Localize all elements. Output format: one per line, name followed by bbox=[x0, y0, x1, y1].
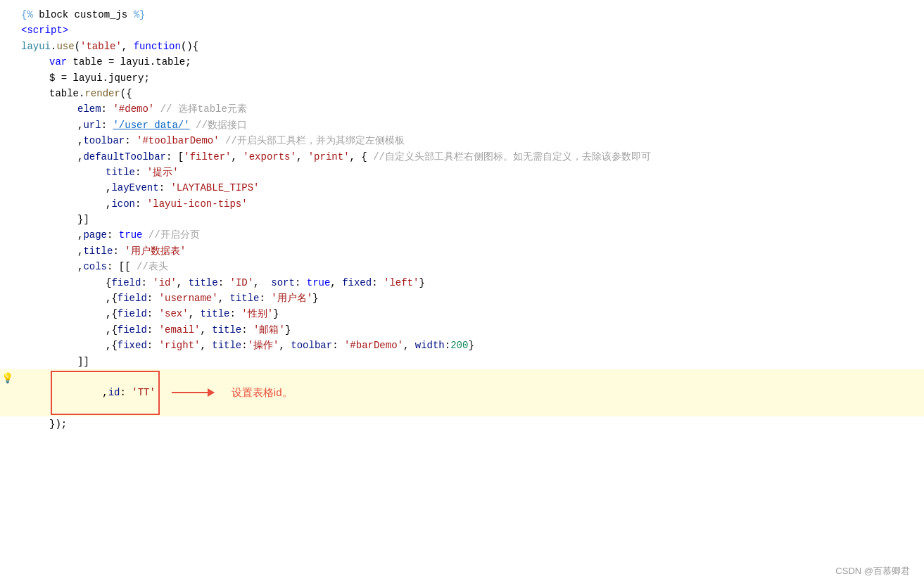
line-content-9: ,toolbar: '#toolbarDemo' //开启头部工具栏，并为其绑定… bbox=[14, 133, 917, 148]
token: : bbox=[259, 293, 271, 304]
token: //自定义头部工具栏右侧图标。如无需自定义，去除该参数即可 bbox=[373, 151, 651, 163]
token: field bbox=[118, 324, 147, 336]
token: }] bbox=[77, 214, 89, 225]
token: true bbox=[307, 277, 331, 288]
token: //开启分页 bbox=[148, 229, 200, 241]
token: 'layui-icon-tips' bbox=[147, 198, 248, 210]
token: 'right' bbox=[159, 340, 201, 351]
token: : bbox=[218, 277, 230, 288]
bulb-icon: 💡 bbox=[1, 371, 13, 386]
token: , bbox=[218, 293, 230, 304]
token: url bbox=[83, 120, 101, 131]
token: : bbox=[125, 135, 137, 146]
token: , bbox=[403, 340, 415, 351]
code-container: {% block custom_js %} <script> layui.use… bbox=[0, 0, 924, 586]
token: 'filter' bbox=[184, 151, 231, 163]
token: toolbar bbox=[291, 340, 332, 351]
token: page bbox=[83, 229, 107, 241]
token: , bbox=[189, 308, 201, 319]
token: : bbox=[141, 277, 153, 288]
token: layEvent bbox=[111, 182, 158, 193]
token: elem bbox=[77, 103, 101, 115]
token: title bbox=[212, 340, 241, 351]
token: : bbox=[107, 229, 119, 241]
token: : bbox=[101, 120, 113, 131]
code-line-3: layui.use('table', function(){ bbox=[0, 39, 924, 54]
code-line-4: var table = layui.table; bbox=[0, 54, 924, 70]
token: '操作' bbox=[248, 340, 279, 351]
token: title bbox=[106, 167, 135, 178]
token: , bbox=[122, 41, 134, 52]
token: '#barDemo' bbox=[344, 340, 403, 351]
line-content-25: }); bbox=[14, 416, 917, 432]
token: title bbox=[212, 324, 241, 336]
code-line-7: elem: '#demo' // 选择table元素 bbox=[0, 101, 924, 117]
token: , bbox=[177, 277, 189, 288]
token: 'left' bbox=[384, 277, 419, 288]
code-line-8: ,url: '/user_data/' //数据接口 bbox=[0, 117, 924, 133]
token bbox=[154, 103, 160, 115]
code-line-20: ,{field: 'sex', title: '性别'} bbox=[0, 306, 924, 321]
token: : bbox=[445, 340, 450, 351]
line-content-3: layui.use('table', function(){ bbox=[14, 39, 917, 54]
line-content-18: {field: 'id', title: 'ID', sort: true, f… bbox=[14, 275, 917, 291]
line-content-7: elem: '#demo' // 选择table元素 bbox=[14, 101, 917, 117]
token: {% bbox=[21, 9, 33, 20]
line-content-17: ,cols: [[ //表头 bbox=[14, 259, 917, 274]
token: '性别' bbox=[241, 308, 273, 319]
token: toolbar bbox=[83, 135, 125, 146]
token bbox=[220, 135, 225, 146]
token: title bbox=[83, 246, 113, 257]
line-content-20: ,{field: 'sex', title: '性别'} bbox=[14, 306, 917, 321]
token: , bbox=[330, 277, 342, 288]
token: , bbox=[200, 324, 212, 336]
token: }); bbox=[49, 419, 67, 430]
token: , bbox=[200, 340, 212, 351]
token: 'print' bbox=[308, 151, 350, 163]
code-line-5: $ = layui.jquery; bbox=[0, 70, 924, 86]
token: : bbox=[147, 293, 159, 304]
token: title bbox=[229, 293, 259, 304]
token: render bbox=[84, 88, 120, 99]
token: '#demo' bbox=[113, 103, 154, 115]
token: : bbox=[101, 103, 113, 115]
code-line-13: ,icon: 'layui-icon-tips' bbox=[0, 196, 924, 212]
token bbox=[190, 120, 196, 131]
code-line-10: ,defaultToolbar: ['filter', 'exports', '… bbox=[0, 149, 924, 165]
token: sort bbox=[271, 277, 295, 288]
code-line-22: ,{fixed: 'right', title:'操作', toolbar: '… bbox=[0, 338, 924, 353]
token: width bbox=[415, 340, 445, 351]
token: 'id' bbox=[153, 277, 177, 288]
token: : bbox=[147, 324, 159, 336]
token: : bbox=[229, 308, 241, 319]
code-line-18: {field: 'id', title: 'ID', sort: true, f… bbox=[0, 275, 924, 291]
token: table. bbox=[49, 88, 84, 99]
line-content-14: }] bbox=[14, 212, 917, 227]
token: 'email' bbox=[159, 324, 201, 336]
code-line-24: 💡 ,id: 'TT' 设置表格id。 bbox=[0, 369, 924, 416]
token: , bbox=[102, 387, 108, 398]
token: ]] bbox=[77, 356, 89, 367]
token: : bbox=[120, 387, 132, 398]
token: <script> bbox=[21, 25, 68, 36]
line-content-6: table.render({ bbox=[14, 86, 917, 101]
token: fixed bbox=[118, 340, 147, 351]
token: block custom_js bbox=[33, 9, 134, 20]
line-content-23: ]] bbox=[14, 354, 917, 369]
line-content-19: ,{field: 'username', title: '用户名'} bbox=[14, 291, 917, 306]
token: 'TT' bbox=[132, 387, 156, 398]
token: field bbox=[118, 308, 147, 319]
token: 'sex' bbox=[159, 308, 189, 319]
line-content-1: {% block custom_js %} bbox=[14, 7, 917, 23]
code-line-23: ]] bbox=[0, 354, 924, 369]
code-line-6: table.render({ bbox=[0, 86, 924, 101]
token: field bbox=[111, 277, 141, 288]
token: ,{ bbox=[106, 293, 118, 304]
token: '提示' bbox=[147, 167, 179, 178]
token: '用户数据表' bbox=[125, 246, 186, 257]
token: //开启头部工具栏，并为其绑定左侧模板 bbox=[225, 135, 405, 146]
token: : bbox=[135, 198, 147, 210]
id-box: ,id: 'TT' bbox=[51, 371, 160, 415]
token: (){ bbox=[181, 41, 198, 52]
token bbox=[142, 229, 148, 241]
